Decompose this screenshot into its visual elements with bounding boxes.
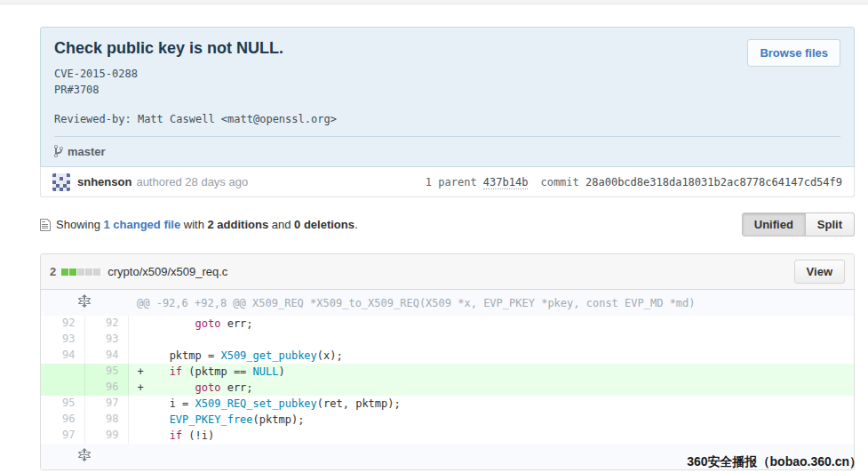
old-line-number[interactable] [41, 380, 84, 396]
git-branch-icon [54, 144, 63, 158]
commit-description: CVE-2015-0288 PR#3708 [54, 66, 840, 98]
expand-hunk-top[interactable] [41, 290, 128, 316]
browse-files-button[interactable]: Browse files [747, 39, 840, 67]
new-line-number[interactable]: 99 [84, 428, 128, 444]
new-line-number[interactable]: 96 [84, 380, 128, 396]
deletions-count: 0 deletions [294, 218, 354, 231]
page-top-strip [0, 0, 868, 4]
diffstat-squares [61, 269, 100, 276]
code-line: goto err; [128, 316, 854, 332]
file-diff-icon [40, 218, 51, 232]
with-text: with [180, 218, 207, 231]
diff-view-switcher: Unified Split [742, 212, 855, 236]
old-line-number[interactable]: 94 [41, 348, 84, 364]
parent-label: 1 parent [426, 176, 483, 188]
new-line-number[interactable]: 92 [84, 316, 128, 332]
diff-marker [138, 317, 144, 330]
hunk-header-row: @@ -92,6 +92,8 @@ X509_REQ *X509_to_X509… [41, 290, 854, 316]
old-line-number[interactable]: 96 [41, 412, 84, 428]
diff-toolbar: Showing 1 changed file with 2 additions … [40, 212, 855, 236]
diff-table-body: 9292 goto err;9393 9494 pktmp = X509_get… [41, 316, 854, 444]
diff-marker [138, 429, 144, 442]
parent-sha-link[interactable]: 437b14b [483, 176, 529, 189]
new-line-number[interactable]: 98 [84, 412, 128, 428]
code-line: pktmp = X509_get_pubkey(x); [128, 348, 854, 364]
diff-row: 9393 [41, 332, 854, 348]
code-line [128, 332, 854, 348]
new-line-number[interactable]: 95 [84, 364, 128, 380]
showing-prefix: Showing [56, 218, 103, 231]
expand-hunk-bottom[interactable] [41, 444, 128, 469]
diff-filename-link[interactable]: crypto/x509/x509_req.c [108, 265, 227, 278]
old-line-number[interactable]: 97 [41, 428, 84, 444]
authored-date: authored 28 days ago [136, 175, 248, 188]
watermark: 360安全播报（bobao.360.cn） [687, 454, 862, 470]
new-line-number[interactable]: 94 [84, 348, 128, 364]
commit-sha: 28a00bcd8e318da18031b2ac8778c64147cd54f9 [585, 176, 842, 188]
commit-author-bar: snhenson authored 28 days ago 1 parent 4… [40, 167, 855, 197]
split-view-button[interactable]: Split [806, 212, 855, 236]
diffstat-square-neutral [85, 269, 92, 276]
unfold-icon [78, 448, 91, 462]
branch-name: master [68, 145, 106, 158]
new-line-number[interactable]: 97 [84, 396, 128, 412]
diffstat-square-neutral [93, 269, 100, 276]
period: . [354, 218, 358, 231]
author-name-link[interactable]: snhenson [77, 175, 131, 188]
commit-message-box: Check public key is not NULL. CVE-2015-0… [40, 27, 855, 167]
diff-marker: + [138, 365, 144, 378]
old-line-number[interactable]: 93 [41, 332, 84, 348]
old-line-number[interactable] [41, 364, 84, 380]
diff-row: 9494 pktmp = X509_get_pubkey(x); [41, 348, 854, 364]
diff-file-header: 2 crypto/x509/x509_req.c View [41, 254, 854, 290]
diff-row: 96+ goto err; [41, 380, 854, 396]
code-line: + goto err; [128, 380, 854, 396]
diff-row: 9597 i = X509_REQ_set_pubkey(ret, pktmp)… [41, 396, 854, 412]
changed-file-link[interactable]: 1 changed file [103, 218, 180, 231]
diffstat-square-added [69, 269, 76, 276]
author-avatar[interactable] [52, 173, 70, 191]
unified-view-button[interactable]: Unified [742, 212, 806, 236]
commit-reviewed-by: Reviewed-by: Matt Caswell <matt@openssl.… [54, 113, 840, 125]
commit-title: Check public key is not NULL. [54, 39, 840, 58]
diffstat-count: 2 [50, 265, 56, 278]
commit-page: Check public key is not NULL. CVE-2015-0… [40, 27, 855, 470]
diff-marker [138, 333, 144, 346]
new-line-number[interactable]: 93 [84, 332, 128, 348]
diffstat-square-added [61, 269, 68, 276]
diffstat-square-neutral [77, 269, 84, 276]
branch-row: master [54, 136, 840, 166]
commit-meta: 1 parent 437b14bcommit 28a00bcd8e318da18… [426, 176, 842, 188]
view-file-button[interactable]: View [794, 260, 845, 284]
diff-row: 9698 EVP_PKEY_free(pktmp); [41, 412, 854, 428]
diff-marker [138, 397, 144, 410]
diff-marker: + [138, 381, 144, 394]
code-line: if (!i) [128, 428, 854, 444]
diff-marker [138, 413, 144, 426]
code-line: i = X509_REQ_set_pubkey(ret, pktmp); [128, 396, 854, 412]
diff-row: 9799 if (!i) [41, 428, 854, 444]
diff-marker [138, 349, 144, 362]
and-text: and [268, 218, 294, 231]
old-line-number[interactable]: 95 [41, 396, 84, 412]
changed-files-summary: Showing 1 changed file with 2 additions … [56, 218, 358, 231]
diff-row: 9292 goto err; [41, 316, 854, 332]
additions-count: 2 additions [208, 218, 269, 231]
unfold-icon [78, 294, 91, 309]
code-line: + if (pktmp == NULL) [128, 364, 854, 380]
code-line: EVP_PKEY_free(pktmp); [128, 412, 854, 428]
hunk-header-text: @@ -92,6 +92,8 @@ X509_REQ *X509_to_X509… [128, 290, 854, 316]
diff-row: 95+ if (pktmp == NULL) [41, 364, 854, 380]
diff-file-box: 2 crypto/x509/x509_req.c View @@ -92,6 +… [40, 253, 855, 470]
old-line-number[interactable]: 92 [41, 316, 84, 332]
diff-table: @@ -92,6 +92,8 @@ X509_REQ *X509_to_X509… [41, 290, 854, 469]
commit-sha-label: commit [540, 176, 585, 188]
